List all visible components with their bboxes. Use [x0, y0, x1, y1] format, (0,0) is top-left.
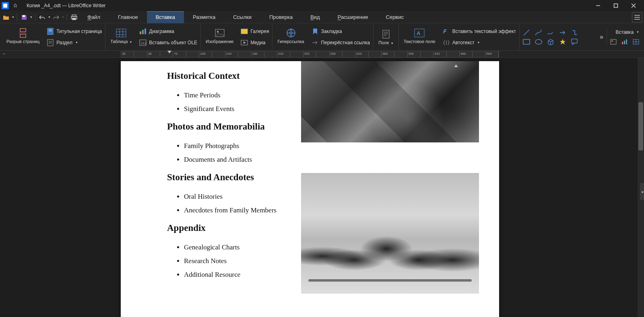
embedded-image-group-photo[interactable]	[301, 173, 479, 294]
ruler-corner-icon: ⌐	[3, 51, 10, 57]
redo-dropdown-icon[interactable]: ▼	[62, 16, 64, 19]
star-tool[interactable]	[558, 38, 567, 46]
save-dropdown-icon[interactable]: ▼	[30, 16, 33, 19]
media-button[interactable]: Медиа	[240, 38, 270, 47]
page-break-button[interactable]: Разрыв страниц	[4, 27, 42, 45]
indent-marker-right[interactable]	[454, 64, 458, 67]
field-button[interactable]: Поле ▼	[376, 28, 396, 46]
crossref-icon	[312, 39, 319, 46]
svg-rect-50	[626, 39, 627, 44]
section-icon	[47, 39, 54, 46]
svg-rect-20	[116, 29, 126, 37]
save-button[interactable]	[20, 13, 29, 22]
svg-point-44	[535, 39, 542, 44]
menu-review[interactable]: Проверка	[260, 11, 301, 23]
insert-table-small[interactable]	[632, 38, 640, 45]
texteffect-button[interactable]: F Вставить текстовый эффект	[442, 27, 517, 36]
menu-insert[interactable]: Вставка	[147, 11, 184, 23]
svg-rect-48	[622, 42, 623, 44]
redo-button[interactable]	[52, 13, 60, 22]
curve-tool[interactable]	[534, 28, 543, 37]
hyperlink-button[interactable]: Гиперссылка	[275, 27, 306, 45]
crossref-button[interactable]: Перекрёстная ссылка	[311, 38, 371, 47]
svg-rect-17	[47, 39, 53, 46]
arrow-tool[interactable]	[558, 28, 567, 37]
gallery-button[interactable]: Галерея	[240, 27, 270, 36]
textbox-label: Текстовое поле	[404, 39, 436, 44]
bookmark-label: Закладка	[321, 29, 342, 34]
menu-links[interactable]: Ссылки	[224, 11, 260, 23]
menu-hamburger-button[interactable]	[632, 12, 642, 23]
section-button[interactable]: Раздел ▼	[46, 38, 103, 47]
menu-view[interactable]: Вид	[301, 11, 329, 23]
chart-button[interactable]: Диаграмма	[138, 27, 198, 36]
table-button[interactable]: Таблица ▼	[108, 27, 134, 45]
textbox-button[interactable]: A Текстовое поле	[401, 27, 438, 45]
media-label: Медиа	[250, 40, 265, 45]
menu-extension[interactable]: Расширение	[329, 11, 377, 23]
menu-home[interactable]: Главное	[109, 11, 147, 23]
maximize-button[interactable]	[607, 0, 625, 11]
texteffect-icon: F	[443, 28, 450, 35]
indent-marker-first[interactable]	[167, 51, 171, 54]
embedded-image-collage[interactable]	[301, 61, 479, 142]
ribbon-group-text: A Текстовое поле F Вставить текстовый эф…	[399, 24, 520, 49]
open-dropdown-icon[interactable]: ▼	[12, 16, 14, 19]
hyperlink-icon	[286, 28, 296, 38]
ribbon: Разрыв страниц Титульная страница Раздел…	[0, 23, 644, 51]
undo-dropdown-icon[interactable]: ▼	[48, 16, 51, 19]
crossref-label: Перекрёстная ссылка	[321, 40, 370, 45]
menu-layout[interactable]: Разметка	[184, 11, 224, 23]
image-label: Изображение	[206, 39, 233, 44]
svg-rect-14	[47, 28, 53, 35]
ribbon-group-shapes	[520, 24, 582, 49]
callout-tool[interactable]	[570, 38, 579, 46]
more-button[interactable]: »	[599, 33, 604, 41]
close-button[interactable]	[625, 0, 642, 11]
texteffect-label: Вставить текстовый эффект	[452, 29, 516, 34]
svg-rect-4	[23, 15, 25, 17]
insert-chart-small[interactable]	[621, 38, 629, 45]
table-icon	[116, 28, 126, 38]
bookmark-button[interactable]: Закладка	[311, 27, 371, 36]
svg-text:F: F	[443, 28, 447, 35]
menu-tools[interactable]: Сервис	[377, 11, 413, 23]
list-item[interactable]: Documents and Artifacts	[184, 153, 479, 167]
ellipse-tool[interactable]	[534, 38, 543, 45]
pin-icon[interactable]	[13, 3, 18, 8]
ole-button[interactable]: OLE Вставить объект OLE	[138, 38, 198, 47]
chart-label: Диаграмма	[149, 29, 174, 34]
ribbon-group-media: Изображение Галерея Медиа	[201, 24, 272, 49]
chevron-down-icon: ▼	[636, 31, 639, 33]
insert-dropdown-button[interactable]: Вставка ▼	[615, 29, 640, 36]
open-button[interactable]	[2, 13, 10, 22]
horizontal-ruler[interactable]: 3636721081441802162522883243603964324685…	[121, 51, 499, 58]
insert-image-small[interactable]	[609, 38, 617, 45]
ribbon-group-table: Таблица ▼ Диаграмма OLE Вставить объект …	[105, 24, 201, 49]
minimize-button[interactable]	[589, 0, 607, 11]
title-page-label: Титульная страница	[56, 29, 102, 34]
menu-file[interactable]: Файл	[78, 11, 109, 23]
connector-tool[interactable]	[570, 28, 579, 37]
scrollbar-thumb[interactable]	[638, 102, 643, 150]
title-page-button[interactable]: Титульная страница	[46, 27, 103, 36]
separator	[17, 14, 17, 21]
separator	[35, 14, 35, 21]
sidebar-toggle-handle[interactable]: ◂	[640, 183, 644, 200]
ribbon-group-pages: Разрыв страниц Титульная страница Раздел…	[2, 24, 105, 49]
ribbon-group-field: Поле ▼	[374, 24, 398, 49]
image-button[interactable]: Изображение	[203, 27, 236, 45]
undo-button[interactable]	[38, 13, 47, 22]
line-tool[interactable]	[522, 28, 531, 37]
svg-rect-32	[241, 29, 248, 34]
autotext-button[interactable]: Автотекст ▼	[442, 38, 517, 47]
autotext-icon	[443, 39, 450, 46]
svg-rect-12	[20, 34, 26, 37]
rect-tool[interactable]	[522, 38, 531, 45]
3d-tool[interactable]	[546, 38, 555, 46]
svg-text:OLE: OLE	[141, 41, 147, 45]
print-button[interactable]	[70, 13, 78, 22]
freeform-tool[interactable]	[546, 28, 555, 37]
page[interactable]: Historical Context Time Periods Signific…	[121, 61, 499, 317]
table-label: Таблица	[110, 39, 128, 44]
